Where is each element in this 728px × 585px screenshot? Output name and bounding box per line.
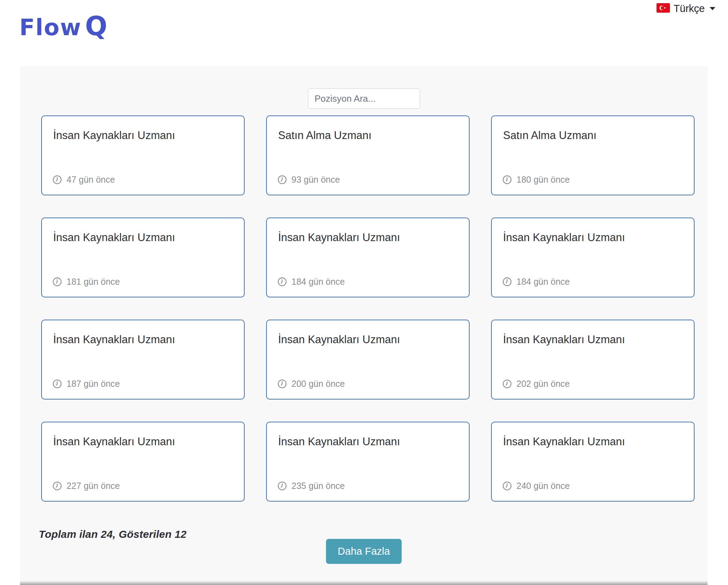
job-posted-text: 47 gün önce <box>67 175 115 185</box>
job-title: İnsan Kaynakları Uzmanı <box>53 333 233 347</box>
job-posted-meta: 181 gün önce <box>52 277 120 287</box>
job-card[interactable]: İnsan Kaynakları Uzmanı 184 gün önce <box>266 218 470 297</box>
job-title: İnsan Kaynakları Uzmanı <box>503 333 683 347</box>
job-posted-meta: 240 gün önce <box>502 481 570 491</box>
job-posted-text: 180 gün önce <box>516 175 570 185</box>
clock-icon <box>502 481 512 491</box>
clock-icon <box>502 277 512 287</box>
job-title: İnsan Kaynakları Uzmanı <box>278 333 458 347</box>
job-posted-meta: 93 gün önce <box>277 175 340 185</box>
results-summary: Toplam ilan 24, Gösterilen 12 <box>39 528 187 540</box>
job-title: İnsan Kaynakları Uzmanı <box>53 231 233 245</box>
language-selector[interactable]: Türkçe <box>657 3 715 14</box>
job-title: İnsan Kaynakları Uzmanı <box>503 231 683 245</box>
position-search-input[interactable] <box>308 88 420 109</box>
content-panel: İnsan Kaynakları Uzmanı 47 gün önce Satı… <box>20 66 708 585</box>
job-posted-meta: 184 gün önce <box>502 277 570 287</box>
flowq-logo[interactable]: FlowQ <box>19 11 108 42</box>
job-title: Satın Alma Uzmanı <box>503 129 683 143</box>
job-title: İnsan Kaynakları Uzmanı <box>53 435 233 449</box>
bottom-shadow <box>20 581 708 585</box>
load-more-row: Daha Fazla <box>20 539 708 564</box>
job-posted-text: 93 gün önce <box>291 175 340 185</box>
job-card[interactable]: İnsan Kaynakları Uzmanı 235 gün önce <box>266 422 470 502</box>
clock-icon <box>502 379 512 389</box>
job-posted-meta: 184 gün önce <box>277 277 345 287</box>
job-posted-text: 240 gün önce <box>516 481 570 491</box>
language-label: Türkçe <box>673 3 705 14</box>
job-posted-meta: 47 gün önce <box>52 175 115 185</box>
job-posted-meta: 200 gün önce <box>277 379 345 389</box>
page: FlowQ Türkçe İnsan Kaynakları Uzmanı 47 … <box>0 0 728 585</box>
clock-icon <box>52 379 62 389</box>
job-posted-meta: 227 gün önce <box>52 481 120 491</box>
job-title: İnsan Kaynakları Uzmanı <box>503 435 683 449</box>
logo-text-flow: Flow <box>19 14 82 40</box>
job-posted-text: 181 gün önce <box>67 277 120 287</box>
search-bar <box>20 88 708 109</box>
job-posted-text: 202 gün önce <box>516 379 570 389</box>
clock-icon <box>277 175 287 184</box>
job-posted-text: 184 gün önce <box>516 277 570 287</box>
clock-icon <box>52 277 62 287</box>
job-card[interactable]: Satın Alma Uzmanı 93 gün önce <box>266 115 470 195</box>
clock-icon <box>277 379 287 389</box>
job-posted-meta: 180 gün önce <box>502 175 570 185</box>
job-card-grid: İnsan Kaynakları Uzmanı 47 gün önce Satı… <box>41 115 695 502</box>
job-card[interactable]: İnsan Kaynakları Uzmanı 202 gün önce <box>491 320 695 400</box>
job-title: İnsan Kaynakları Uzmanı <box>278 231 458 245</box>
job-title: İnsan Kaynakları Uzmanı <box>278 435 458 449</box>
job-card[interactable]: Satın Alma Uzmanı 180 gün önce <box>491 115 695 195</box>
job-card[interactable]: İnsan Kaynakları Uzmanı 240 gün önce <box>491 422 695 502</box>
job-posted-text: 227 gün önce <box>67 481 120 491</box>
clock-icon <box>277 481 287 491</box>
turkish-flag-icon <box>657 3 670 14</box>
job-posted-text: 200 gün önce <box>291 379 345 389</box>
job-posted-meta: 187 gün önce <box>52 379 120 389</box>
job-posted-meta: 202 gün önce <box>502 379 570 389</box>
clock-icon <box>502 175 512 184</box>
clock-icon <box>277 277 287 287</box>
chevron-down-icon <box>710 7 715 10</box>
job-title: Satın Alma Uzmanı <box>278 129 458 143</box>
job-posted-text: 235 gün önce <box>291 481 345 491</box>
job-posted-meta: 235 gün önce <box>277 481 345 491</box>
job-card[interactable]: İnsan Kaynakları Uzmanı 184 gün önce <box>491 218 695 297</box>
clock-icon <box>52 481 62 491</box>
job-card[interactable]: İnsan Kaynakları Uzmanı 200 gün önce <box>266 320 470 400</box>
job-posted-text: 184 gün önce <box>291 277 345 287</box>
load-more-button[interactable]: Daha Fazla <box>326 539 402 564</box>
job-card[interactable]: İnsan Kaynakları Uzmanı 47 gün önce <box>41 115 245 195</box>
job-title: İnsan Kaynakları Uzmanı <box>53 129 233 143</box>
logo-text-q: Q <box>85 11 108 41</box>
job-card[interactable]: İnsan Kaynakları Uzmanı 227 gün önce <box>41 422 245 502</box>
job-card[interactable]: İnsan Kaynakları Uzmanı 187 gün önce <box>41 320 245 400</box>
clock-icon <box>52 175 62 184</box>
job-card[interactable]: İnsan Kaynakları Uzmanı 181 gün önce <box>41 218 245 297</box>
job-posted-text: 187 gün önce <box>67 379 120 389</box>
